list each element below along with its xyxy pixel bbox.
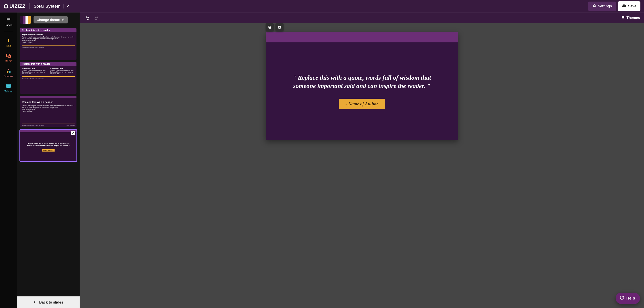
text-icon: T (5, 37, 12, 43)
help-button[interactable]: Help (616, 293, 640, 304)
check-icon: ✓ (71, 131, 75, 135)
band (20, 130, 76, 132)
document-title: Solar System (34, 4, 60, 9)
tables-icon (5, 83, 12, 89)
duplicate-slide-button[interactable] (266, 23, 274, 31)
svg-rect-17 (622, 16, 624, 18)
canvas-toolbar: Themes (80, 12, 644, 23)
rail-label: Text (6, 44, 11, 47)
cloud-save-icon (622, 3, 626, 9)
rule (22, 45, 75, 45)
svg-text:T: T (7, 38, 10, 43)
swatch-color (23, 16, 26, 24)
svg-point-8 (8, 56, 9, 56)
change-theme-button[interactable]: Change theme (34, 16, 68, 23)
slide-wrapper: " Replace this with a quote, words full … (266, 32, 458, 140)
themes-button[interactable]: Themes (621, 16, 640, 20)
rail-tables[interactable]: Tables (4, 82, 12, 94)
delete-slide-button[interactable] (276, 23, 284, 31)
svg-point-9 (7, 71, 8, 73)
rail-slides[interactable]: Slides (5, 16, 12, 28)
change-theme-label: Change theme (37, 18, 60, 22)
rail-label: Shapes (4, 75, 13, 78)
themes-label: Themes (626, 16, 640, 20)
themes-icon (621, 16, 625, 20)
thumb-body: Replace this with your body text. Duplic… (22, 36, 75, 43)
thumb-author: - Name of Author (42, 149, 54, 152)
media-icon (5, 52, 12, 59)
arrow-left-icon (33, 300, 37, 305)
save-label: Save (628, 4, 636, 8)
back-label: Back to slides (39, 301, 63, 305)
thumb-body: Replace this with your body text. Duplic… (22, 105, 75, 112)
slide-actions (266, 23, 284, 31)
thumbnail-list[interactable]: Replace this with a header Replace with … (17, 26, 80, 297)
rule (22, 123, 75, 123)
rule (22, 76, 75, 77)
svg-rect-11 (6, 84, 10, 88)
chat-icon (619, 295, 624, 301)
rail-label: Slides (5, 24, 12, 27)
slide-thumbnail[interactable]: Replace this with a header Subheader tex… (20, 62, 76, 94)
band (20, 96, 76, 98)
slide-thumbnail[interactable]: " Replace this with a quote, words full … (20, 130, 76, 161)
app-header: UIZIZZ Solar System Settings Save (0, 0, 644, 12)
panel-header: Change theme (17, 12, 80, 26)
thumb-subheader: Replace with sub-header (22, 33, 75, 35)
swatch-color (28, 16, 31, 24)
slide-body: " Replace this with a quote, words full … (266, 42, 458, 140)
slide-thumbnail[interactable]: Replace this with a header Replace this … (20, 96, 76, 128)
divider (63, 4, 64, 8)
svg-rect-19 (269, 26, 271, 28)
undo-button[interactable] (84, 14, 91, 22)
thumb-quote: " Replace this with a quote, words full … (24, 143, 72, 147)
theme-swatch[interactable] (20, 16, 31, 24)
gear-icon (592, 4, 596, 9)
divider (4, 32, 14, 32)
rail-label: Tables (4, 90, 12, 93)
thumb-footer-left: Some text here about the topic of discus… (22, 125, 44, 126)
thumbnail-panel: Change theme Replace this with a header … (17, 12, 80, 308)
logo-mark-icon (4, 3, 9, 9)
slide-stage[interactable]: " Replace this with a quote, words full … (80, 23, 644, 308)
swatch-color (20, 16, 23, 24)
thumb-header: Replace this with a header (22, 101, 75, 103)
left-rail: Slides T Text Media Shapes Tables (0, 12, 17, 308)
thumb-footer: Some text here about the topic of discus… (22, 47, 44, 48)
slide[interactable]: " Replace this with a quote, words full … (266, 32, 458, 140)
rail-media[interactable]: Media (5, 52, 12, 64)
canvas-area: Themes " Replace this with a quote, word… (80, 12, 644, 308)
thumb-col-body: Replace this text with your body text. D… (50, 69, 75, 75)
slide-band (266, 32, 458, 42)
thumb-col-sub: Subheader text (22, 67, 47, 69)
svg-rect-18 (622, 18, 624, 19)
svg-rect-10 (9, 71, 10, 73)
pencil-icon (62, 18, 64, 22)
settings-button[interactable]: Settings (588, 1, 616, 11)
edit-title-button[interactable] (66, 4, 70, 8)
thumb-col-body: Replace this text with your body text. D… (22, 69, 47, 75)
shapes-icon (5, 68, 12, 74)
thumb-header: Replace this with a header (20, 62, 76, 66)
thumb-footer-right: Subject / Subject (66, 125, 75, 126)
logo: UIZIZZ (4, 3, 25, 9)
slide-thumbnail[interactable]: Replace this with a header Replace with … (20, 28, 76, 60)
thumb-col-sub: Subheader text (50, 67, 75, 69)
save-button[interactable]: Save (618, 1, 640, 11)
help-label: Help (626, 296, 635, 301)
rail-text[interactable]: T Text (5, 36, 12, 48)
slide-quote-text[interactable]: " Replace this with a quote, words full … (284, 73, 440, 90)
settings-label: Settings (598, 4, 612, 8)
divider (29, 3, 30, 9)
thumb-footer: Some text here about the topic of discus… (22, 78, 44, 79)
slides-icon (5, 16, 12, 23)
back-to-slides-button[interactable]: Back to slides (17, 297, 80, 308)
rail-shapes[interactable]: Shapes (4, 67, 13, 79)
slide-author-box[interactable]: - Name of Author (339, 99, 384, 109)
thumb-header: Replace this with a header (20, 28, 76, 32)
rail-label: Media (5, 60, 12, 63)
swatch-color (26, 16, 28, 24)
redo-button[interactable] (92, 14, 100, 22)
svg-rect-7 (8, 55, 11, 58)
